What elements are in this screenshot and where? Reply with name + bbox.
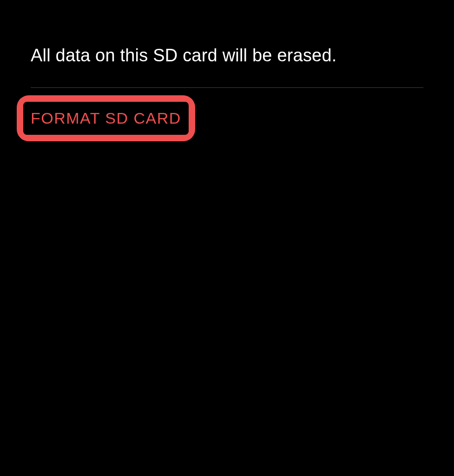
warning-message: All data on this SD card will be erased.	[31, 44, 423, 67]
format-button-highlight: FORMAT SD CARD	[17, 95, 195, 141]
format-sd-card-screen: All data on this SD card will be erased.…	[0, 0, 454, 141]
format-sd-card-button[interactable]: FORMAT SD CARD	[23, 102, 189, 135]
divider	[31, 87, 423, 88]
